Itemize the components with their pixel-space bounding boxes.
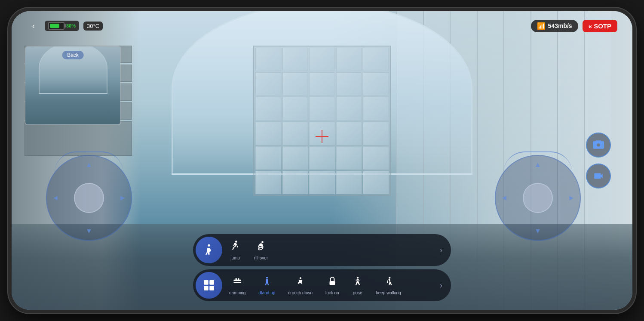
action-jump[interactable]: jump [229, 240, 241, 260]
svg-point-17 [389, 277, 390, 278]
phone-frame: Back ‹ 80% 30°C 📶 543mb/s « SOTP [8, 8, 636, 313]
svg-rect-8 [234, 279, 241, 281]
pose-icon [352, 276, 363, 289]
right-joystick-arrow-left: ◄ [501, 194, 508, 202]
svg-point-16 [357, 277, 359, 278]
action-damping[interactable]: damping [229, 276, 245, 295]
svg-point-2 [261, 241, 264, 243]
svg-point-0 [208, 244, 210, 247]
damping-label: damping [229, 290, 245, 295]
action-stand-up[interactable]: dtand up [258, 276, 275, 295]
keep-walking-label: keep walking [376, 290, 401, 295]
crouch-down-icon [295, 276, 306, 289]
lock-on-icon [327, 276, 338, 289]
svg-rect-11 [238, 278, 239, 280]
svg-rect-5 [209, 280, 214, 285]
svg-rect-9 [234, 282, 241, 283]
right-joystick-knob[interactable] [523, 183, 553, 213]
svg-rect-10 [236, 278, 237, 280]
action-keep-walking[interactable]: keep walking [376, 276, 401, 295]
action-roll-over[interactable]: rill over [254, 240, 268, 260]
right-controls [586, 133, 611, 188]
minimap: Back [25, 46, 121, 125]
keep-walking-icon [383, 276, 394, 289]
action-crouch-down[interactable]: crouch down [288, 276, 313, 295]
action-lock-on[interactable]: lock on [325, 276, 339, 295]
movement-bar-arrow[interactable]: › [440, 246, 442, 255]
svg-rect-6 [204, 286, 209, 290]
battery-icon [48, 22, 64, 30]
stand-up-label: dtand up [258, 290, 275, 295]
stand-up-icon [261, 276, 273, 289]
joystick-arrow-down: ▼ [86, 227, 92, 235]
status-right: 📶 543mb/s « SOTP [531, 20, 617, 32]
action-pose[interactable]: pose [352, 276, 363, 295]
status-left: ‹ 80% 30°C [27, 19, 103, 33]
svg-rect-4 [204, 280, 209, 285]
movement-action-items: jump rill over [229, 240, 440, 260]
bottom-controls: jump rill over › [193, 234, 451, 301]
svg-point-13 [299, 277, 301, 279]
jump-icon [229, 240, 241, 254]
right-joystick[interactable]: ▲ ▼ ◄ ► [495, 155, 581, 241]
crouch-down-label: crouch down [288, 290, 313, 295]
joystick-arrow-up: ▲ [86, 161, 92, 169]
battery-percent: 80% [66, 23, 76, 28]
damping-icon [232, 276, 243, 289]
wifi-icon: 📶 [537, 22, 546, 30]
movement-main-button[interactable] [196, 237, 222, 263]
svg-rect-7 [209, 286, 214, 290]
joystick-ring[interactable]: ▲ ▼ ◄ ► [46, 155, 132, 241]
right-joystick-ring[interactable]: ▲ ▼ ◄ ► [495, 155, 581, 241]
joystick-arrow-right: ► [119, 194, 126, 202]
sotp-badge[interactable]: « SOTP [583, 20, 617, 32]
pose-label: pose [353, 290, 362, 295]
roll-over-label: rill over [254, 256, 268, 260]
svg-point-1 [235, 241, 237, 243]
poses-bar-arrow[interactable]: › [440, 281, 442, 290]
minimap-back-label[interactable]: Back [62, 51, 84, 59]
jump-label: jump [230, 256, 240, 260]
status-bar: ‹ 80% 30°C 📶 543mb/s « SOTP [12, 19, 632, 33]
roll-over-icon [255, 240, 267, 254]
lock-on-label: lock on [325, 290, 339, 295]
right-joystick-arrow-up: ▲ [534, 161, 541, 169]
battery-fill [50, 24, 59, 28]
left-joystick[interactable]: ▲ ▼ ◄ ► [46, 155, 132, 241]
crosshair [316, 130, 328, 143]
svg-point-15 [331, 282, 333, 284]
right-joystick-arrow-down: ▼ [534, 227, 541, 235]
wifi-speed-indicator: 📶 543mb/s [531, 20, 578, 32]
battery-indicator: 80% [45, 21, 79, 31]
camera-button[interactable] [586, 133, 611, 157]
center-windows [253, 46, 391, 196]
svg-point-12 [266, 277, 268, 278]
pose-action-items: damping dtand up [229, 276, 440, 295]
poses-main-button[interactable] [196, 272, 222, 299]
right-joystick-arrow-right: ► [568, 194, 575, 202]
temperature-badge: 30°C [83, 22, 103, 31]
video-button[interactable] [586, 164, 611, 188]
action-bar-poses: damping dtand up [193, 269, 451, 301]
joystick-arrow-left: ◄ [52, 194, 59, 202]
back-button[interactable]: ‹ [27, 19, 40, 33]
joystick-knob[interactable] [74, 183, 104, 213]
action-bar-movement: jump rill over › [193, 234, 451, 266]
wifi-speed-value: 543mb/s [548, 22, 572, 29]
